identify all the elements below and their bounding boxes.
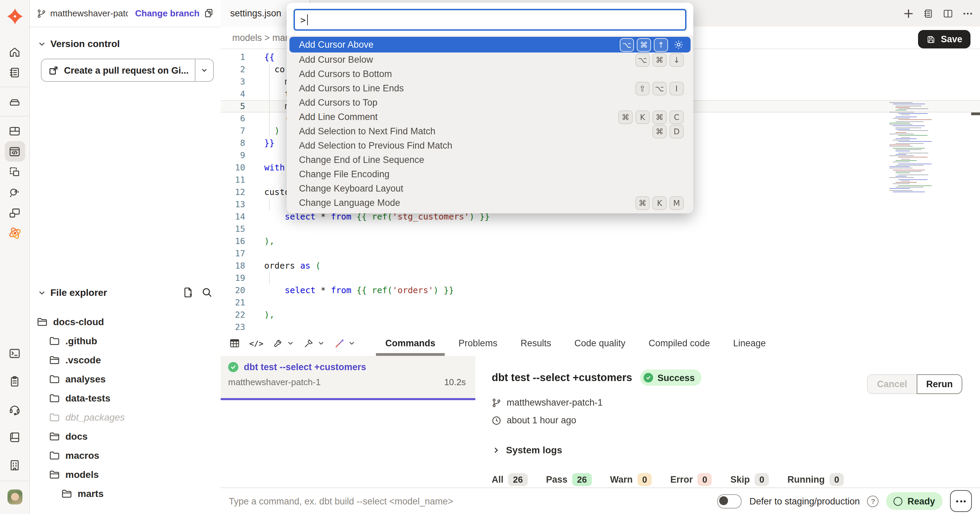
line-number: 17 xyxy=(221,247,245,260)
branch-bar: matthewshaver-patc Change branch xyxy=(30,0,221,27)
notebook-panel-icon[interactable] xyxy=(923,8,934,19)
file-tree-item[interactable]: .vscode xyxy=(30,350,221,369)
chevron-down-icon[interactable] xyxy=(348,340,355,347)
file-tree-item[interactable]: macros xyxy=(30,446,221,465)
notebook-icon[interactable] xyxy=(5,62,25,83)
dbt-logo[interactable] xyxy=(6,8,24,25)
stack-icon[interactable] xyxy=(5,91,25,112)
minimap[interactable] xyxy=(889,102,940,193)
clipboard-icon[interactable] xyxy=(5,371,25,391)
file-tree-item[interactable]: marts xyxy=(30,484,221,503)
pr-dropdown-toggle[interactable] xyxy=(196,59,213,81)
panel-tab[interactable]: Lineage xyxy=(733,330,766,356)
palette-item[interactable]: Add Selection to Previous Find Match xyxy=(290,138,690,153)
results-filter[interactable]: Pass 26 xyxy=(546,473,592,486)
help-icon[interactable]: ? xyxy=(867,495,879,507)
status-label: Success xyxy=(657,372,695,383)
palette-item[interactable]: Change Language Mode ⌘KM xyxy=(290,196,690,210)
palette-item[interactable]: Add Cursors to Bottom xyxy=(290,67,690,81)
new-file-icon[interactable] xyxy=(183,287,193,298)
panel-tab[interactable]: Code quality xyxy=(574,330,625,356)
ai-magic-pen-icon[interactable] xyxy=(334,337,345,349)
palette-item[interactable]: Add Cursors to Top xyxy=(290,96,690,110)
code-text: ), xyxy=(245,235,274,247)
book-icon[interactable] xyxy=(5,427,25,447)
format-pen-icon[interactable] xyxy=(303,337,315,349)
defer-toggle[interactable] xyxy=(718,494,742,508)
folder-open-icon xyxy=(49,354,60,366)
command-palette-input[interactable]: > xyxy=(294,9,686,31)
change-branch-link[interactable]: Change branch xyxy=(135,8,200,18)
key-chip: K xyxy=(652,196,667,210)
palette-item-label: Add Cursor Below xyxy=(299,54,373,65)
code-editor-icon[interactable] xyxy=(5,141,25,161)
file-tree-item[interactable]: docs xyxy=(30,427,221,446)
panel-tabs: Commands Problems Results Code quality C… xyxy=(385,330,766,356)
copilot-atom-icon[interactable] xyxy=(5,223,25,243)
file-tree-item[interactable]: analyses xyxy=(30,369,221,389)
file-tree-item[interactable]: .github xyxy=(30,331,221,350)
results-filter[interactable]: Skip 0 xyxy=(730,473,769,486)
file-explorer-section[interactable]: File explorer xyxy=(30,287,221,298)
palette-item[interactable]: Add Cursor Below ⌥⌘↓ xyxy=(290,53,690,67)
user-avatar[interactable] xyxy=(7,490,22,504)
run-detail-title: dbt test --select +customers xyxy=(492,372,632,384)
version-control-section[interactable]: Version control xyxy=(30,27,221,49)
command-run-item[interactable]: dbt test --select +customers matthewshav… xyxy=(221,356,476,400)
results-filter[interactable]: All 26 xyxy=(492,473,527,486)
dashboard-icon[interactable] xyxy=(5,121,25,141)
chevron-down-icon[interactable] xyxy=(287,340,294,347)
new-tab-plus-icon[interactable] xyxy=(903,8,914,19)
code-line: 18 orders as ( xyxy=(221,260,980,272)
search-insights-icon[interactable] xyxy=(5,182,25,203)
palette-item-label: Change File Encoding xyxy=(299,169,390,179)
building-icon[interactable] xyxy=(5,455,25,475)
system-logs-toggle[interactable]: System logs xyxy=(492,444,562,455)
preview-table-icon[interactable] xyxy=(229,337,240,349)
split-editor-icon[interactable] xyxy=(943,8,953,19)
file-tree-item[interactable]: dbt_packages xyxy=(30,408,221,427)
panel-tab[interactable]: Commands xyxy=(385,330,436,356)
palette-item[interactable]: Add Selection to Next Find Match ⌘D xyxy=(290,124,690,138)
search-icon[interactable] xyxy=(202,287,213,298)
cancel-button[interactable]: Cancel xyxy=(867,374,917,394)
folder-open-icon xyxy=(61,488,72,499)
compile-code-icon[interactable]: </> xyxy=(249,338,264,348)
panel-tab-label: Lineage xyxy=(733,338,766,348)
selection-icon[interactable] xyxy=(5,161,25,182)
results-filter[interactable]: Running 0 xyxy=(787,473,844,486)
terminal-icon[interactable] xyxy=(5,343,25,363)
panel-tab[interactable]: Problems xyxy=(459,330,498,356)
save-button[interactable]: Save xyxy=(918,30,970,48)
scrollbar-marker[interactable] xyxy=(971,112,980,115)
file-tree-item[interactable]: data-tests xyxy=(30,389,221,408)
panel-tab[interactable]: Compiled code xyxy=(649,330,710,356)
more-menu-button[interactable] xyxy=(950,490,972,512)
palette-item[interactable]: Add Line Comment ⌘K⌘C xyxy=(290,110,690,124)
results-filter[interactable]: Error 0 xyxy=(670,473,712,486)
file-tree-item[interactable]: docs-cloud xyxy=(30,312,221,331)
rerun-button[interactable]: Rerun xyxy=(917,374,962,394)
palette-item[interactable]: Change End of Line Sequence xyxy=(290,153,690,167)
command-input[interactable]: Type a command, ex. dbt build --select <… xyxy=(229,496,453,506)
more-options-icon[interactable] xyxy=(962,8,973,19)
gear-icon[interactable] xyxy=(673,40,684,50)
file-tree-item[interactable]: models xyxy=(30,465,221,484)
copy-branch-icon[interactable] xyxy=(204,8,214,18)
windows-icon[interactable] xyxy=(5,203,25,223)
palette-item[interactable]: Add Cursor Above ⌥⌘↑ xyxy=(290,37,690,53)
palette-item[interactable]: Change File Encoding xyxy=(290,167,690,181)
line-number: 18 xyxy=(221,260,245,272)
palette-item-label: Add Cursors to Bottom xyxy=(299,69,392,79)
headset-icon[interactable] xyxy=(5,399,25,419)
palette-item[interactable]: Change Keyboard Layout xyxy=(290,181,690,196)
file-tree-label: marts xyxy=(78,488,103,499)
palette-item[interactable]: Add Cursors to Line Ends ⇧⌥I xyxy=(290,81,690,96)
results-filter[interactable]: Warn 0 xyxy=(610,473,652,486)
create-pr-button[interactable]: Create a pull request on Gi... xyxy=(41,59,214,82)
line-number: 3 xyxy=(221,76,245,88)
build-wrench-icon[interactable] xyxy=(272,337,284,349)
chevron-down-icon[interactable] xyxy=(317,340,325,347)
panel-tab[interactable]: Results xyxy=(521,330,551,356)
home-icon[interactable] xyxy=(5,42,25,62)
